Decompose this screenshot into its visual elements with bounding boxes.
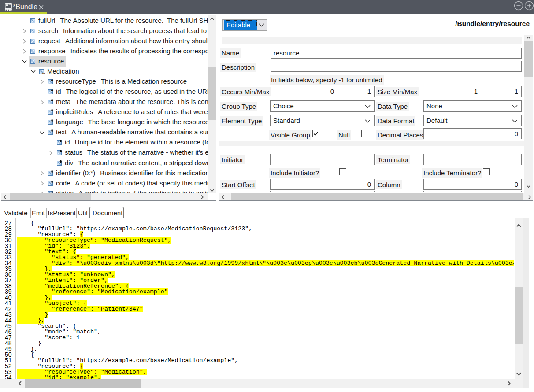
svg-text:m: m — [42, 71, 45, 74]
